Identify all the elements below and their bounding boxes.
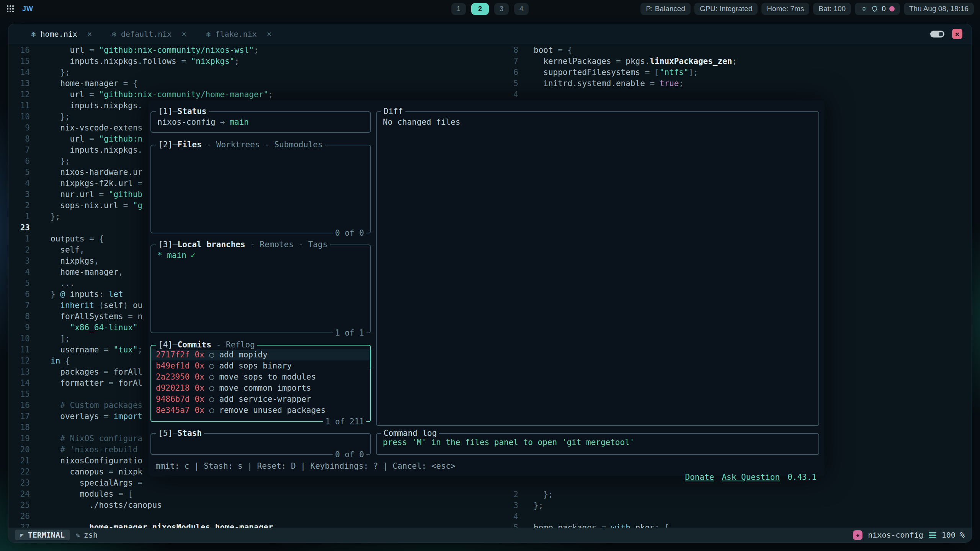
version-label: 0.43.1 — [787, 473, 817, 482]
top-status-bar: JW 1234 P: Balanced GPU: Integrated Home… — [0, 0, 980, 18]
apps-grid-icon[interactable] — [6, 5, 15, 13]
panel-title-text: Files — [178, 140, 202, 149]
commit-author: 0x — [195, 395, 204, 404]
commit-row[interactable]: 2a239500x○move sops to modules — [151, 372, 370, 383]
code-text: inherit (self) ou — [51, 300, 142, 311]
panel-key: [3] — [158, 240, 173, 249]
commit-hash: d920218 — [156, 383, 190, 393]
gpu-module[interactable]: GPU: Integrated — [694, 3, 758, 15]
shell-label: zsh — [84, 530, 98, 540]
lazygit-branches-panel[interactable]: [3]─Local branches - Remotes - Tags * ma… — [150, 245, 371, 333]
ask-question-link[interactable]: Ask Question — [722, 473, 780, 482]
percent-label: 100 % — [942, 530, 965, 540]
commit-author: 0x — [195, 406, 204, 415]
code-text: inputs.nixpkgs.follows = "nixpkgs"; — [51, 56, 239, 67]
scrollbar-thumb[interactable] — [370, 349, 371, 369]
lazygit-stash-panel[interactable]: [5]─Stash 0 of 0 — [150, 433, 371, 455]
line-number: 6 — [20, 156, 30, 167]
code-text: boot = { — [534, 45, 572, 56]
commits-count: 1 of 211 — [323, 417, 366, 427]
code-line: 23 specialArgs = — [20, 478, 273, 489]
wifi-icon[interactable] — [860, 5, 868, 13]
code-text: ]; — [51, 333, 70, 344]
branch-name: * main — [157, 251, 186, 260]
commit-author: 0x — [195, 361, 204, 370]
commit-author: 0x — [195, 383, 204, 393]
code-text: nixosConfiguratio — [51, 455, 142, 466]
power-profile-module[interactable]: P: Balanced — [640, 3, 690, 15]
line-number: 26 — [20, 511, 30, 522]
editor-area: 16 url = "github:nix-community/nixos-wsl… — [8, 24, 972, 542]
commit-row[interactable]: 8e345a70x○remove unused packages — [151, 405, 370, 416]
workspace-button-2[interactable]: 2 — [471, 3, 489, 15]
current-branch: main — [229, 117, 249, 127]
code-text: username = "tux"; — [51, 344, 142, 355]
commit-row[interactable]: b49ef1d0x○add sops binary — [151, 360, 370, 372]
line-number: 8 — [20, 311, 30, 322]
lazygit-status-panel[interactable]: [1]─Status nixos-config→main — [150, 111, 371, 133]
commit-node-icon: ○ — [209, 383, 214, 393]
title-dash: ─ — [173, 240, 178, 249]
code-line: 24 modules = [ — [20, 489, 273, 500]
code-text: }; — [51, 156, 70, 167]
diff-content: No changed files — [377, 112, 818, 127]
panel-title: [4]─Commits - Reflog — [156, 340, 257, 350]
workspace-button-4[interactable]: 4 — [514, 3, 529, 15]
lazygit-commits-panel[interactable]: [4]─Commits - Reflog 2717f2f0x○add mopid… — [150, 345, 371, 422]
commit-hash: 2a23950 — [156, 372, 190, 381]
panel-key: [2] — [158, 140, 173, 149]
clock-module[interactable]: Thu Aug 08, 18:16 — [904, 3, 974, 15]
line-number: 8 — [508, 45, 518, 56]
editor-pane-right-bottom[interactable]: 2 };3};45home.packages = with pkgs; [ — [508, 489, 669, 533]
shell-tab[interactable]: ✎ zsh — [76, 530, 98, 540]
panel-title: Command log — [381, 428, 439, 439]
commit-author: 0x — [195, 350, 204, 359]
panel-title-text: Status — [178, 107, 207, 116]
network-latency-module[interactable]: Home: 7ms — [761, 3, 809, 15]
workspace-button-1[interactable]: 1 — [451, 3, 466, 15]
branches-count: 1 of 1 — [333, 328, 366, 338]
commit-row[interactable]: 9486b7d0x○add service-wrapper — [151, 394, 370, 405]
tray-module[interactable]: 0 — [855, 3, 900, 15]
repo-icon: ◆ — [853, 530, 862, 540]
shield-icon[interactable] — [871, 5, 878, 12]
line-number: 25 — [20, 500, 30, 511]
line-number: 9 — [20, 122, 30, 134]
commit-list: 2717f2f0x○add mopidyb49ef1d0x○add sops b… — [151, 346, 370, 416]
pencil-icon: ✎ — [76, 531, 80, 539]
panel-title: [3]─Local branches - Remotes - Tags — [156, 240, 330, 250]
commit-row[interactable]: d9202180x○move common imports — [151, 383, 370, 394]
code-text: home-manager, — [51, 267, 123, 278]
code-text: "x86_64-linux" — [51, 322, 138, 333]
workspace-button-3[interactable]: 3 — [494, 3, 509, 15]
terminal-window: ❄home.nix×❄default.nix×❄flake.nix× × 16 … — [8, 24, 972, 543]
commit-row[interactable]: 2717f2f0x○add mopidy — [151, 349, 370, 360]
panel-title: [5]─Stash — [156, 428, 204, 439]
title-dash: ─ — [173, 340, 178, 349]
logo-icon: JW — [22, 5, 33, 13]
lazygit-command-log-panel[interactable]: Command log press 'M' in the files panel… — [376, 433, 819, 455]
color-picker-icon[interactable] — [889, 6, 895, 11]
code-text: sops-nix.url = "g — [51, 200, 142, 211]
line-number: 4 — [508, 89, 518, 100]
line-number: 1 — [20, 233, 30, 245]
code-text: inputs.nixpkgs. — [51, 100, 142, 111]
commit-node-icon: ○ — [209, 395, 214, 404]
title-dash: ─ — [173, 429, 178, 438]
line-number: 4 — [20, 178, 30, 189]
editor-pane-right-top[interactable]: 8boot = {7 kernelPackages = pkgs.linuxPa… — [508, 45, 737, 100]
code-line: 5 initrd.systemd.enable = true; — [508, 78, 737, 89]
title-dash: ─ — [173, 107, 178, 116]
donate-link[interactable]: Donate — [685, 473, 714, 482]
commit-node-icon: ○ — [209, 372, 214, 381]
battery-module[interactable]: Bat: 100 — [813, 3, 851, 15]
lazygit-diff-panel[interactable]: Diff No changed files — [376, 111, 819, 426]
command-log-content: press 'M' in the files panel to open 'gi… — [377, 434, 818, 447]
statusbar-right: ◆ nixos-config 100 % — [853, 530, 965, 540]
lazygit-files-panel[interactable]: [2]─Files - Worktrees - Submodules 0 of … — [150, 145, 371, 233]
line-number: 5 — [508, 78, 518, 89]
commit-message: add service-wrapper — [219, 395, 311, 404]
code-text: nur.url = "github — [51, 189, 142, 200]
code-text: nixpkgs-f2k.url = — [51, 178, 142, 189]
keybindings-help: mmit: c | Stash: s | Reset: D | Keybindi… — [155, 461, 456, 472]
